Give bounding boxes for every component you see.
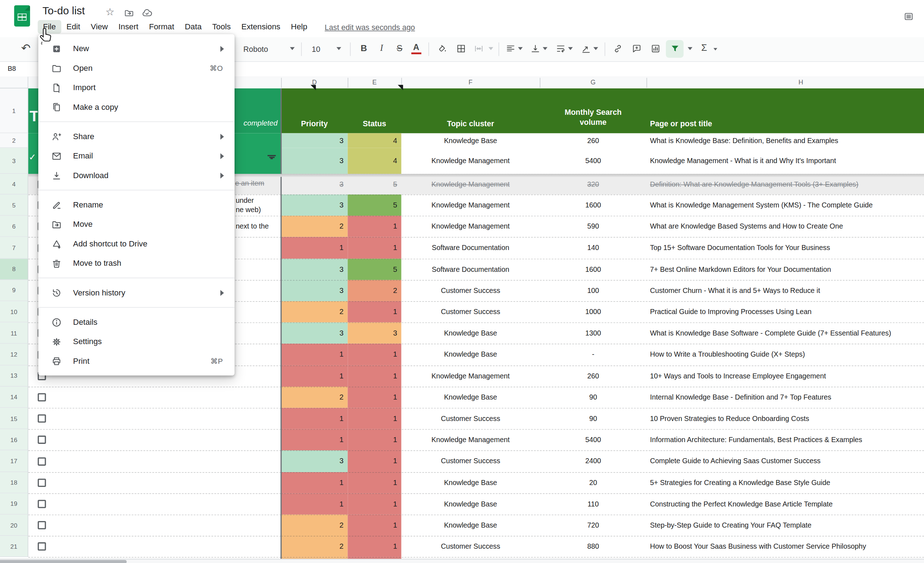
- cell-topic-21[interactable]: Customer Success: [401, 536, 540, 557]
- insert-link-icon[interactable]: [613, 44, 623, 54]
- filter-icon[interactable]: [670, 44, 680, 54]
- cell-priority-10[interactable]: 2: [281, 301, 348, 323]
- cell-topic-4[interactable]: Knowledge Management: [401, 174, 540, 195]
- menubar-item-insert[interactable]: Insert: [113, 20, 144, 34]
- cell-volume-8[interactable]: 1600: [540, 258, 646, 280]
- cloud-saved-icon[interactable]: [142, 8, 153, 19]
- cell-topic-5[interactable]: Knowledge Management: [401, 195, 540, 216]
- row-header-14[interactable]: 14: [0, 387, 28, 408]
- cell-volume-7[interactable]: 140: [540, 237, 646, 258]
- cell-topic-15[interactable]: Customer Success: [401, 408, 540, 429]
- cell-status-2[interactable]: 4: [348, 133, 401, 148]
- menubar-item-data[interactable]: Data: [180, 20, 207, 34]
- menubar-item-view[interactable]: View: [86, 20, 113, 34]
- cell-title-20[interactable]: Step-by-Step Guide to Creating Your FAQ …: [646, 515, 924, 536]
- row-header-12[interactable]: 12: [0, 344, 28, 365]
- column-header-E[interactable]: E: [372, 78, 376, 86]
- cell-status-16[interactable]: 1: [348, 429, 401, 451]
- cell-title-19[interactable]: Constructing the Perfect Knowledge Base …: [646, 493, 924, 515]
- row-header-18[interactable]: 18: [0, 472, 28, 493]
- functions-icon[interactable]: Σ: [701, 42, 707, 53]
- cell-title-14[interactable]: Internal Knowledge Base - Definition and…: [646, 387, 924, 408]
- cell-priority-14[interactable]: 2: [281, 387, 348, 408]
- insert-comment-icon[interactable]: [632, 44, 642, 54]
- text-wrap-icon[interactable]: [556, 44, 566, 54]
- cell-topic-13[interactable]: Knowledge Management: [401, 365, 540, 387]
- file-menu-item-make-a-copy[interactable]: Make a copy: [38, 97, 235, 117]
- star-icon[interactable]: ☆: [105, 6, 114, 18]
- cell-title-6[interactable]: What are Knowledge Based Systems and How…: [646, 216, 924, 237]
- horizontal-align-icon[interactable]: [506, 44, 516, 54]
- cell-volume-3[interactable]: 5400: [540, 148, 646, 174]
- cell-status-18[interactable]: 1: [348, 472, 401, 493]
- row-header-2[interactable]: 2: [0, 133, 28, 148]
- row-header-20[interactable]: 20: [0, 515, 28, 536]
- text-rotation-caret[interactable]: [593, 47, 598, 50]
- cell-priority-6[interactable]: 2: [281, 216, 348, 237]
- cell-topic-9[interactable]: Customer Success: [401, 280, 540, 301]
- cell-topic-2[interactable]: Knowledge Base: [401, 133, 540, 148]
- grid-corner[interactable]: [0, 77, 28, 89]
- merge-cells-icon[interactable]: [474, 44, 484, 54]
- cell-topic-6[interactable]: Knowledge Management: [401, 216, 540, 237]
- cell-volume-4[interactable]: 320: [540, 174, 646, 195]
- todo-checkbox-21[interactable]: [38, 543, 46, 551]
- file-menu-item-version-history[interactable]: Version history: [38, 283, 235, 302]
- cell-status-6[interactable]: 1: [348, 216, 401, 237]
- cell-priority-20[interactable]: 2: [281, 515, 348, 536]
- cell-volume-14[interactable]: 90: [540, 387, 646, 408]
- cell-title-13[interactable]: 10+ Ways and Tools to Increase Employee …: [646, 365, 924, 387]
- cell-priority-11[interactable]: 3: [281, 323, 348, 344]
- filter-views-caret[interactable]: [688, 47, 692, 50]
- cell-topic-11[interactable]: Knowledge Base: [401, 323, 540, 344]
- undo-icon[interactable]: ↶: [21, 41, 30, 55]
- move-to-folder-icon[interactable]: [124, 8, 135, 18]
- cell-topic-12[interactable]: Knowledge Base: [401, 344, 540, 365]
- column-header-F[interactable]: F: [468, 78, 472, 86]
- cell-volume-18[interactable]: 20: [540, 472, 646, 493]
- cell-priority-18[interactable]: 1: [281, 472, 348, 493]
- file-menu-item-settings[interactable]: Settings: [38, 332, 235, 351]
- cell-priority-15[interactable]: 1: [281, 408, 348, 429]
- row-header-8[interactable]: 8: [0, 258, 28, 280]
- cell-topic-17[interactable]: Customer Success: [401, 451, 540, 472]
- cell-status-15[interactable]: 1: [348, 408, 401, 429]
- cell-title-11[interactable]: What is Knowledge Base Software - Comple…: [646, 323, 924, 344]
- todo-checkbox-18[interactable]: [38, 479, 46, 487]
- cell-priority-4[interactable]: 3: [281, 174, 348, 195]
- cell-topic-3[interactable]: Knowledge Management: [401, 148, 540, 174]
- cell-priority-7[interactable]: 1: [281, 237, 348, 258]
- cell-title-9[interactable]: Customer Churn - What it is and 5+ Ways …: [646, 280, 924, 301]
- cell-status-12[interactable]: 1: [348, 344, 401, 365]
- cell-status-10[interactable]: 1: [348, 301, 401, 323]
- cell-topic-18[interactable]: Knowledge Base: [401, 472, 540, 493]
- cell-status-11[interactable]: 3: [348, 323, 401, 344]
- vertical-align-caret[interactable]: [543, 47, 548, 50]
- column-header-G[interactable]: G: [591, 78, 596, 86]
- functions-caret[interactable]: [713, 48, 717, 50]
- cell-volume-20[interactable]: 720: [540, 515, 646, 536]
- column-header-H[interactable]: H: [798, 78, 803, 86]
- horizontal-scrollbar[interactable]: [0, 559, 924, 563]
- cell-volume-9[interactable]: 100: [540, 280, 646, 301]
- cell-status-17[interactable]: 1: [348, 451, 401, 472]
- strikethrough-icon[interactable]: S: [396, 43, 403, 53]
- italic-icon[interactable]: I: [380, 43, 383, 53]
- row-header-4[interactable]: 4: [0, 174, 28, 195]
- row-header-13[interactable]: 13: [0, 365, 28, 387]
- cell-priority-12[interactable]: 1: [281, 344, 348, 365]
- cell-status-3[interactable]: 4: [348, 148, 401, 174]
- cell-topic-14[interactable]: Knowledge Base: [401, 387, 540, 408]
- menubar-item-tools[interactable]: Tools: [207, 20, 236, 34]
- cell-priority-8[interactable]: 3: [281, 258, 348, 280]
- menubar-item-edit[interactable]: Edit: [61, 20, 86, 34]
- cell-volume-21[interactable]: 880: [540, 536, 646, 557]
- todo-checkbox-17[interactable]: [38, 457, 46, 465]
- row-header-21[interactable]: 21: [0, 536, 28, 557]
- row-header-11[interactable]: 11: [0, 323, 28, 344]
- cell-volume-17[interactable]: 2400: [540, 451, 646, 472]
- cell-priority-2[interactable]: 3: [281, 133, 348, 148]
- side-panel-icon[interactable]: [903, 11, 914, 22]
- cell-title-7[interactable]: Top 15+ Software Documentation Tools for…: [646, 237, 924, 258]
- todo-checkbox-16[interactable]: [38, 436, 46, 444]
